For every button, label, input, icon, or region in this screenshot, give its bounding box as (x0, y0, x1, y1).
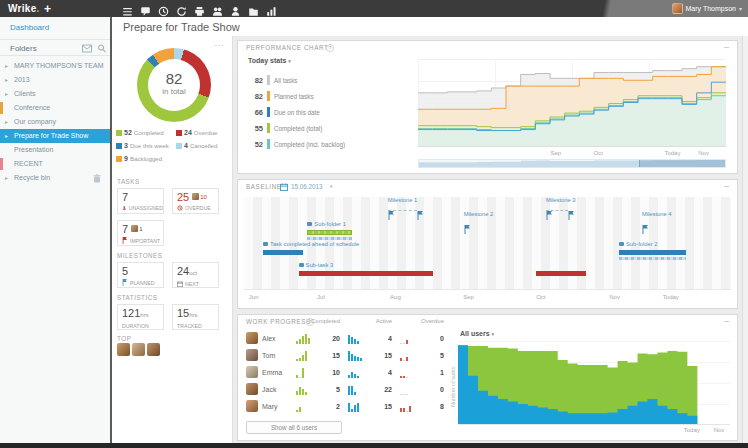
spark-bar (351, 354, 353, 361)
milestone-flag-icon[interactable] (464, 220, 471, 229)
gantt-bar-label: Sub-folder 2 (619, 241, 658, 247)
baseline-date-filter[interactable]: 15.06.2013 (291, 183, 323, 190)
print-icon[interactable] (194, 3, 205, 14)
mail-icon[interactable] (82, 44, 92, 53)
user-row[interactable]: Alex 20 4 0 (246, 331, 452, 348)
gantt-bar[interactable] (307, 230, 352, 235)
gantt-bar[interactable] (299, 271, 433, 276)
show-all-users-button[interactable]: Show all 6 users (246, 421, 342, 434)
user-row[interactable]: Jack 5 22 0 (246, 382, 452, 399)
scrollbar-track[interactable] (742, 36, 748, 444)
sync-icon[interactable] (176, 3, 187, 14)
minimize-icon[interactable]: – (724, 181, 729, 191)
spark-bar (348, 335, 350, 344)
minimize-icon[interactable]: – (724, 42, 729, 52)
clock-icon[interactable] (158, 3, 169, 14)
chat-icon[interactable] (140, 3, 151, 14)
x-axis-tick: Today (684, 427, 700, 433)
baseline-chart-panel: BASELINE 15.06.2013 ▾ – Sub-folder 1Task… (237, 179, 738, 309)
spark-bar (354, 405, 356, 412)
spark-bar (400, 343, 402, 344)
alarm-icon (177, 205, 183, 211)
user-name: Mary Thompson (686, 5, 736, 12)
x-axis-tick: Aug (390, 294, 401, 300)
user-row[interactable]: Emma 10 4 1 (246, 365, 452, 382)
calendar-icon (280, 183, 288, 191)
gantt-bar[interactable] (536, 271, 586, 276)
expand-arrow-icon: ▸ (5, 87, 8, 101)
avatar[interactable] (132, 343, 145, 356)
milestone-connector (546, 210, 568, 211)
legend-swatch (116, 156, 122, 162)
avatar (246, 366, 258, 378)
sidebar-dashboard-link[interactable]: Dashboard (10, 23, 49, 32)
gantt-bar[interactable] (263, 250, 303, 255)
spark-bar (351, 409, 353, 412)
user-row[interactable]: Mary 2 15 8 (246, 399, 452, 416)
milestone-flag-icon[interactable] (417, 206, 424, 215)
gantt-bar[interactable] (619, 250, 686, 255)
spark-bar (406, 394, 408, 395)
add-new-button[interactable]: + (44, 2, 51, 16)
sidebar-item-recent[interactable]: RECENT (0, 157, 110, 171)
stat-row: 52Completed (incl. backlog) (248, 137, 410, 151)
sidebar: Dashboard Folders ▸MARY THOMPSON'S TEAM … (0, 17, 110, 444)
sidebar-item-clients[interactable]: ▸Clients (0, 87, 110, 101)
spark-bars (400, 340, 408, 344)
stat-color-bar (267, 75, 270, 85)
stat-color-bar (267, 123, 270, 133)
sidebar-item-prepare-for-trade-show[interactable]: ▸Prepare for Trade Show (0, 129, 110, 143)
folder-icon[interactable] (248, 3, 259, 14)
tasks-section-label: TASKS (117, 178, 140, 185)
wrike-logo[interactable]: Wrike. (8, 3, 40, 14)
search-icon[interactable] (97, 44, 107, 53)
expand-arrow-icon: ▸ (5, 171, 8, 185)
spark-bar (305, 392, 307, 395)
donut-legend: 52Completed 24Overdue 3Due this week 4Ca… (116, 128, 230, 163)
sidebar-item-conference[interactable]: Conference (0, 101, 110, 115)
folders-label: Folders (10, 44, 37, 53)
avatar[interactable] (147, 343, 160, 356)
legend-swatch (116, 143, 122, 149)
milestone-connector (388, 210, 418, 211)
avatar (246, 332, 258, 344)
panel-title: BASELINE (246, 183, 282, 190)
spark-bar (351, 386, 353, 395)
x-axis-tick: Nov (714, 427, 725, 433)
milestone-flag-icon[interactable] (642, 220, 649, 229)
work-progress-area-chart: TodayNov (458, 341, 730, 425)
user-menu[interactable]: Mary Thompson ▾ (672, 3, 742, 14)
sidebar-item-presentation[interactable]: Presentation (0, 143, 110, 157)
team-icon[interactable] (212, 3, 223, 14)
flag-icon (122, 279, 128, 286)
legend-swatch (176, 130, 182, 136)
trash-icon (93, 174, 101, 183)
person-icon[interactable] (230, 3, 241, 14)
spark-bar (308, 338, 310, 344)
gantt-bar-label: Sub-task 3 (299, 262, 334, 268)
all-users-filter[interactable]: All users ▾ (460, 330, 494, 337)
today-stats-filter[interactable]: Today stats ▾ (248, 57, 291, 64)
sidebar-item-team[interactable]: ▸MARY THOMPSON'S TEAM (0, 59, 110, 73)
minimize-icon[interactable]: – (724, 316, 729, 326)
scrubber-selection[interactable] (639, 160, 725, 167)
user-row[interactable]: Tom 15 15 5 (246, 348, 452, 365)
sidebar-item-2013[interactable]: ▸2013 (0, 73, 110, 87)
milestone-flag-icon[interactable] (568, 206, 575, 215)
column-header: Completed (294, 318, 340, 324)
folder-icon (263, 242, 268, 246)
help-icon[interactable]: ? (326, 44, 334, 52)
sidebar-item-our-company[interactable]: ▸Our company (0, 115, 110, 129)
spark-bar (403, 360, 405, 361)
spark-bars (400, 376, 408, 378)
sidebar-item-recycle-bin[interactable]: ▸Recycle bin (0, 171, 110, 185)
menu-icon[interactable] (122, 3, 133, 14)
spark-bar (354, 374, 356, 378)
ellipsis-menu-icon[interactable]: ... (214, 38, 225, 48)
chart-icon[interactable] (266, 3, 277, 14)
spark-bar (357, 403, 359, 412)
avatar[interactable] (117, 343, 130, 356)
column-header: Overdue (398, 318, 444, 324)
timeline-scrubber[interactable] (418, 159, 726, 168)
spark-bar (348, 386, 350, 395)
